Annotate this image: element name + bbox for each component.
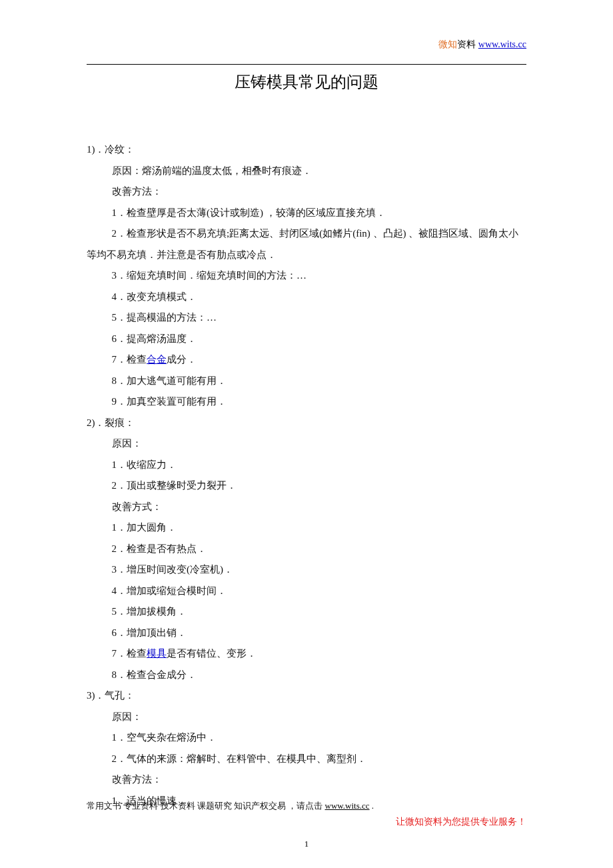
- footer-line-2: 让微知资料为您提供专业服务！: [87, 816, 526, 828]
- section-2-cause-label: 原因：: [87, 433, 526, 455]
- footer-link[interactable]: www.wits.cc: [325, 801, 370, 811]
- footer-line-1: 常用文书 专业资料 技术资料 课题研究 知识产权交易 ，请点击 www.wits…: [87, 800, 526, 812]
- text: 2．检查形状是否不易充填;距离太远、封闭区域(如鳍片(fin) 、凸起) 、被阻…: [87, 228, 518, 260]
- section-2-head: 2)．裂痕：: [87, 413, 526, 434]
- section-2-fix-label: 改善方式：: [87, 497, 526, 518]
- page-number: 1: [0, 839, 613, 849]
- section-3-cause-label: 原因：: [87, 707, 526, 728]
- alloy-link[interactable]: 合金: [147, 354, 167, 365]
- section-1-item-3: 3．缩短充填时间．缩短充填时间的方法：…: [87, 265, 526, 287]
- section-1-item-4: 4．改变充填模式．: [87, 287, 526, 308]
- document-body: 1)．冷纹： 原因：熔汤前端的温度太低，相叠时有痕迹． 改善方法： 1．检查壁厚…: [87, 139, 526, 811]
- text-post: 成分．: [167, 354, 197, 365]
- section-2-item-8: 8．检查合金成分．: [87, 665, 526, 686]
- section-2-item-1: 1．加大圆角．: [87, 517, 526, 539]
- section-2-item-2: 2．检查是否有热点．: [87, 539, 526, 560]
- header-brand: 微知资料 www.wits.cc: [438, 39, 526, 51]
- section-1-item-9: 9．加真空装置可能有用．: [87, 391, 526, 413]
- text-pre: 7．检查: [112, 354, 147, 365]
- section-1-item-6: 6．提高熔汤温度．: [87, 329, 526, 350]
- footer-text-post: .: [370, 801, 374, 811]
- section-2-item-5: 5．增加拔模角．: [87, 601, 526, 623]
- page-title: 压铸模具常见的问题: [87, 71, 526, 93]
- section-1-item-2: 2．检查形状是否不易充填;距离太远、封闭区域(如鳍片(fin) 、凸起) 、被阻…: [87, 223, 526, 265]
- section-1-item-1: 1．检查壁厚是否太薄(设计或制造) ，较薄的区域应直接充填．: [87, 203, 526, 224]
- section-2-cause-2: 2．顶出或整缘时受力裂开．: [87, 475, 526, 497]
- header-divider: [87, 64, 526, 65]
- footer-text-pre: 常用文书 专业资料 技术资料 课题研究 知识产权交易 ，请点击: [87, 801, 325, 811]
- section-1-item-8: 8．加大逃气道可能有用．: [87, 371, 526, 392]
- text-pre: 7．检查: [112, 648, 147, 659]
- section-2-item-7: 7．检查模具是否有错位、变形．: [87, 643, 526, 665]
- section-1-item-5: 5．提高模温的方法：…: [87, 307, 526, 329]
- section-2-item-3: 3．增压时间改变(冷室机)．: [87, 559, 526, 581]
- page-footer: 常用文书 专业资料 技术资料 课题研究 知识产权交易 ，请点击 www.wits…: [87, 800, 526, 828]
- section-3-cause-1: 1．空气夹杂在熔汤中．: [87, 727, 526, 749]
- brand-left: 微知: [438, 39, 457, 49]
- brand-right: 资料: [457, 39, 476, 49]
- section-1-fix-label: 改善方法：: [87, 181, 526, 203]
- text-post: 是否有错位、变形．: [167, 648, 257, 659]
- section-3-cause-2: 2．气体的来源：熔解时、在料管中、在模具中、离型剂．: [87, 749, 526, 770]
- mold-link[interactable]: 模具: [147, 648, 167, 659]
- section-2-item-4: 4．增加或缩短合模时间．: [87, 581, 526, 602]
- section-3-head: 3)．气孔：: [87, 685, 526, 707]
- section-2-cause-1: 1．收缩应力．: [87, 455, 526, 476]
- section-1-item-7: 7．检查合金成分．: [87, 349, 526, 371]
- section-1-head: 1)．冷纹：: [87, 139, 526, 161]
- section-1-cause: 原因：熔汤前端的温度太低，相叠时有痕迹．: [87, 161, 526, 182]
- header-link[interactable]: www.wits.cc: [478, 39, 526, 49]
- section-2-item-6: 6．增加顶出销．: [87, 623, 526, 644]
- document-page: 微知资料 www.wits.cc 压铸模具常见的问题 1)．冷纹： 原因：熔汤前…: [0, 0, 613, 868]
- section-3-fix-label: 改善方法：: [87, 769, 526, 791]
